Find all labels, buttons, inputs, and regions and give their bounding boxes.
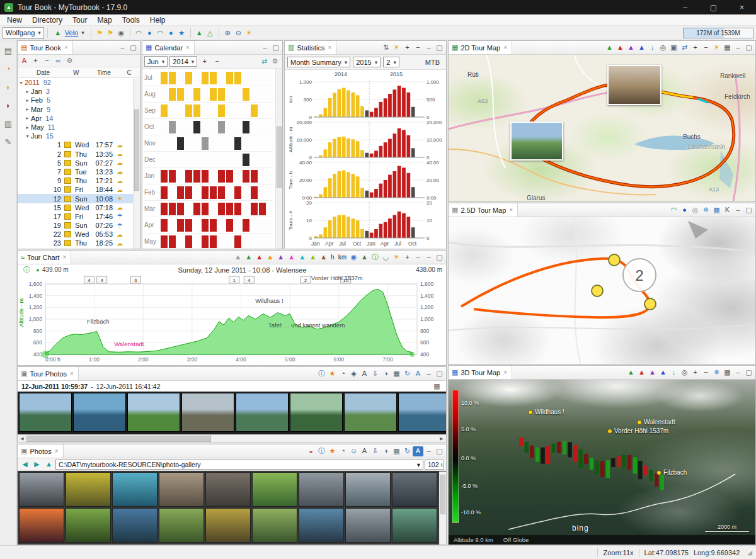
close-icon[interactable]: × xyxy=(328,44,331,51)
photo-thumbnail[interactable] xyxy=(159,508,204,543)
folder-path-combo[interactable]: C:\DAT\mytourbook-RESOURCEN\photo-galler… xyxy=(55,460,423,470)
tour-type-pink-icon[interactable]: ▲ xyxy=(286,252,297,263)
tour-type-green-icon[interactable]: ▲ xyxy=(243,252,254,263)
calendar-tour-cell[interactable] xyxy=(218,88,225,101)
options-sun-icon[interactable]: ☀ xyxy=(391,43,402,53)
elevation-compare-icon[interactable]: ◠ xyxy=(155,28,166,38)
calendar-tour-cell[interactable] xyxy=(243,88,249,101)
calendar-tour-cell[interactable] xyxy=(210,72,217,84)
photo-thumbnail[interactable] xyxy=(299,472,344,507)
calendar-tour-cell[interactable] xyxy=(193,170,200,183)
search-zoom-in-icon[interactable]: ⊕ xyxy=(222,28,233,38)
tab-photos[interactable]: ▣ Photos × xyxy=(18,444,64,458)
zoom-in-icon[interactable]: + xyxy=(402,43,413,53)
calendar-tour-cell[interactable] xyxy=(234,186,241,199)
expand-all-icon[interactable]: + xyxy=(30,56,41,66)
calendar-scrollbar[interactable] xyxy=(275,69,282,249)
calendar-tour-cell[interactable] xyxy=(161,186,168,199)
maximize-window-button[interactable]: ▢ xyxy=(699,0,728,14)
link-icon[interactable]: ∞ xyxy=(53,56,64,66)
calendar-tour-cell[interactable] xyxy=(251,170,258,183)
calendar-tour-cell[interactable] xyxy=(243,121,249,133)
close-icon[interactable]: × xyxy=(509,206,513,213)
map-photo-inset[interactable] xyxy=(607,65,662,105)
tree-row-month[interactable]: ▾Jun15 xyxy=(18,132,140,140)
tour-photos-scrollbar[interactable]: ◀ ▶ xyxy=(18,434,446,443)
menu-directory[interactable]: Directory xyxy=(27,16,67,25)
tour-chart-plot[interactable]: Altitude - m 1,6001,6001,4001,4001,2001,… xyxy=(18,275,446,366)
calendar-tour-cell[interactable] xyxy=(169,170,176,183)
minimize-view-icon[interactable]: – xyxy=(117,43,128,53)
statistic-values-icon[interactable]: ◔ xyxy=(2,62,14,75)
photos-scrollbar[interactable] xyxy=(439,471,446,545)
stats-year-combo[interactable]: 2015 ▾ xyxy=(353,57,381,67)
map-photo-inset[interactable] xyxy=(510,121,563,161)
stat-chart-stat-tours[interactable]: Tours - #2020101000 xyxy=(287,200,446,240)
calendar-tour-cell[interactable] xyxy=(210,235,217,248)
column-time[interactable]: Time xyxy=(97,69,118,76)
tree-row-day[interactable]: 22Wed05:53☁ xyxy=(18,230,140,239)
calendar-tour-cell[interactable] xyxy=(226,219,233,232)
compare-results-icon[interactable]: ▥ xyxy=(2,117,14,130)
tour-type-purple-icon[interactable]: ▲ xyxy=(275,252,286,263)
tour-type-cyan-icon[interactable]: ▲ xyxy=(297,252,307,263)
map-2d-canvas[interactable]: RütiRankweilFeldkirchA53BuchsLiechtenste… xyxy=(449,55,755,201)
calendar-tour-cell[interactable] xyxy=(243,154,249,166)
calendar-tour-cell[interactable] xyxy=(210,219,217,232)
thumbnail-size-spinner[interactable]: 102 ▴▾ xyxy=(425,460,444,470)
options-sun-icon[interactable]: ☀ xyxy=(244,28,255,38)
tour-photo-thumbnail[interactable] xyxy=(127,393,180,432)
calendar-tour-cell[interactable] xyxy=(169,235,176,248)
menu-help[interactable]: Help xyxy=(145,16,171,25)
show-info-icon[interactable]: ⓘ xyxy=(370,252,381,263)
stat-chart-stat-km[interactable]: km1,0001,00050050000 xyxy=(287,79,446,120)
photo-thumbnail[interactable] xyxy=(205,508,251,543)
tourbook-column-headers[interactable]: Date W Time C xyxy=(18,67,140,78)
maximize-view-icon[interactable]: ▢ xyxy=(434,252,445,263)
tour-type-green-icon[interactable]: ▲ xyxy=(626,368,636,378)
annotation-toggle-icon[interactable]: A xyxy=(413,446,423,456)
forward-icon[interactable]: ▶ xyxy=(32,460,42,470)
photo-thumbnail[interactable] xyxy=(112,508,158,543)
scrollbar-thumb[interactable] xyxy=(26,436,211,442)
map-link-icon[interactable]: ▦ xyxy=(391,446,402,456)
tree-row-day[interactable]: 19Sun07:26☂ xyxy=(18,221,140,230)
tree-row-day[interactable]: 1Wed17:57☁ xyxy=(18,140,140,149)
refresh-icon[interactable]: ↻ xyxy=(402,446,413,456)
close-icon[interactable]: × xyxy=(62,254,66,261)
column-clouds[interactable]: C xyxy=(118,69,140,76)
tour-type-combo[interactable]: ▲ Velo ▾ xyxy=(51,27,88,39)
tour-photo-thumbnail[interactable] xyxy=(73,393,126,432)
smiley-icon[interactable]: ☺ xyxy=(348,446,359,456)
poi-icon[interactable]: ● xyxy=(144,28,155,38)
info-icon[interactable]: ⓘ xyxy=(316,446,327,456)
zoom-out-icon[interactable]: − xyxy=(212,57,222,67)
tonality-icon[interactable]: ◑ xyxy=(381,446,391,456)
synch-with-tour-icon[interactable]: ⇄ xyxy=(679,43,690,53)
tag-filter-icon[interactable]: ◉ xyxy=(116,28,127,38)
calendar-tour-cell[interactable] xyxy=(202,219,209,232)
menu-map[interactable]: Map xyxy=(92,16,117,25)
views-icon[interactable]: ▤ xyxy=(2,44,14,57)
tour-type-purple-icon[interactable]: ▲ xyxy=(647,368,658,378)
tour-editor-icon[interactable]: ✎ xyxy=(2,135,14,148)
tab-statistics[interactable]: ▥ Statistics × xyxy=(285,41,336,54)
calendar-tour-cell[interactable] xyxy=(251,186,258,199)
maximize-view-icon[interactable]: ▢ xyxy=(743,43,754,53)
smoothing-icon[interactable]: ◡ xyxy=(381,252,391,263)
tree-row-year[interactable]: ▾201192 xyxy=(18,78,140,87)
scroll-left-icon[interactable]: ◀ xyxy=(18,436,26,441)
calendar-tour-cell[interactable] xyxy=(226,170,233,183)
time-adjust-icon[interactable]: ◔ xyxy=(338,369,348,379)
tour-marker[interactable] xyxy=(644,298,656,310)
close-icon[interactable]: × xyxy=(503,44,507,51)
tour-type-red-icon[interactable]: ▲ xyxy=(254,252,265,263)
minimize-view-icon[interactable]: – xyxy=(423,43,434,53)
menu-tools[interactable]: Tools xyxy=(117,16,145,25)
map-provider-icon[interactable]: ▦ xyxy=(722,43,733,53)
tour-type-filter-button[interactable]: MTB xyxy=(421,58,444,67)
tree-row-month[interactable]: ▸Feb5 xyxy=(18,96,140,104)
photo-thumbnail[interactable] xyxy=(66,508,111,543)
photo-thumbnail[interactable] xyxy=(19,508,64,543)
tour-type-all-icon[interactable]: ▲ xyxy=(232,252,243,263)
